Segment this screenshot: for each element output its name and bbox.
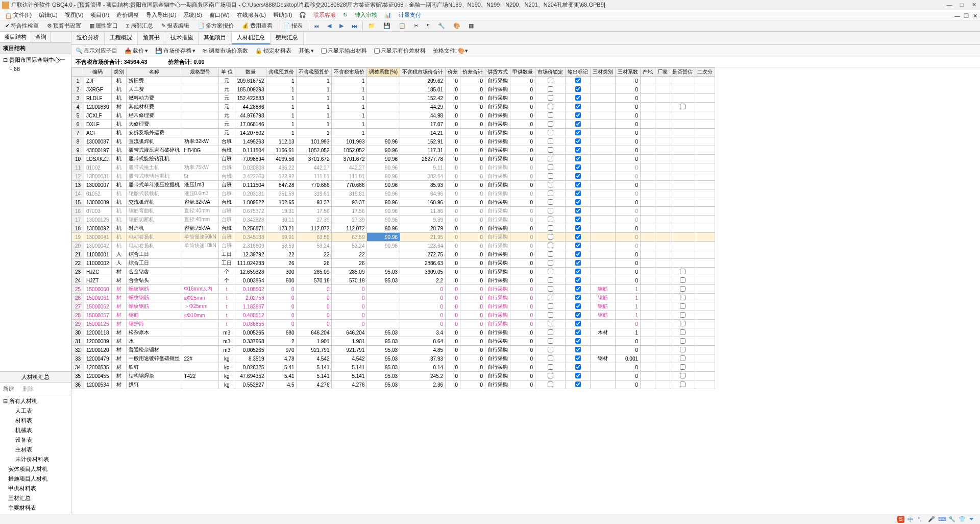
grid-checkbox[interactable] <box>680 295 685 300</box>
ime-skin-icon[interactable]: 👕 <box>959 516 966 523</box>
grid-checkbox[interactable] <box>575 208 581 213</box>
grid-checkbox[interactable] <box>575 338 581 344</box>
grid-checkbox[interactable] <box>575 199 581 205</box>
cat-three-mat[interactable]: 三材汇总 <box>1 493 70 503</box>
grid-checkbox[interactable] <box>548 347 553 352</box>
grid-checkbox[interactable] <box>575 138 581 144</box>
grid-checkbox[interactable] <box>575 251 581 257</box>
chk-only-diff[interactable]: 只显示有价差材料 <box>372 46 428 56</box>
menu-window[interactable]: 窗口(W) <box>206 10 233 20</box>
grid-checkbox[interactable] <box>575 95 581 101</box>
ime-punct-icon[interactable]: °, <box>918 516 925 523</box>
grid-checkbox[interactable] <box>680 373 685 378</box>
grid-checkbox[interactable] <box>548 234 553 240</box>
menu-view[interactable]: 视图(V) <box>62 10 87 20</box>
table-row[interactable]: 3612000534材扒钉kg0.5528274.54.2764.27695.0… <box>72 380 715 389</box>
minimize-button[interactable]: — <box>945 2 953 9</box>
tree-root[interactable]: ⊟ 贵阳市国际金融中心一 <box>1 55 70 65</box>
grid-checkbox[interactable] <box>548 95 553 101</box>
maximize-button[interactable]: □ <box>958 2 966 9</box>
grid-checkbox[interactable] <box>548 243 553 248</box>
grid-checkbox[interactable] <box>575 147 581 153</box>
col-header[interactable] <box>72 68 84 77</box>
tree-child[interactable]: └ 68 <box>1 65 70 73</box>
grid-checkbox[interactable] <box>548 312 553 318</box>
grid-checkbox[interactable] <box>680 104 685 109</box>
grid-checkbox[interactable] <box>575 121 581 127</box>
tool-icon-7[interactable]: 🎨 <box>450 21 463 30</box>
filter-market-save[interactable]: 💾 市场价存档 ▾ <box>153 46 198 56</box>
grid-checkbox[interactable] <box>575 312 581 318</box>
ime-kbd-icon[interactable]: ⌨ <box>938 516 945 523</box>
cat-equipment[interactable]: 设备表 <box>1 435 70 445</box>
table-row[interactable]: 3112000089材水m30.33766821.9011.90195.030.… <box>72 337 715 346</box>
col-header[interactable]: 价差 <box>446 68 460 77</box>
grid-checkbox[interactable] <box>548 104 553 109</box>
tab-cost-analysis[interactable]: 造价分析 <box>71 32 105 44</box>
table-row[interactable]: 1713000126机钢筋切断机直径:40mm台班0.34282830.1127… <box>72 216 715 224</box>
grid-checkbox[interactable] <box>548 251 553 257</box>
ime-expand-icon[interactable]: ⏷ <box>969 516 976 523</box>
grid-checkbox[interactable] <box>575 190 581 196</box>
grid-checkbox[interactable] <box>575 78 581 83</box>
menu-file[interactable]: 文件(F) <box>10 10 35 20</box>
grid-checkbox[interactable] <box>575 182 581 187</box>
grid-checkbox[interactable] <box>575 173 581 179</box>
chk-only-output[interactable]: 只显示输出材料 <box>319 46 369 56</box>
table-row[interactable]: 1213000031机履带式电动起重机5t台班3.422263122.92111… <box>72 172 715 181</box>
cat-machine[interactable]: 机械表 <box>1 425 70 435</box>
table-row[interactable]: 813000087机直流弧焊机功率:32kW台班1.499263112.1310… <box>72 137 715 146</box>
grid-checkbox[interactable] <box>548 225 553 231</box>
menu-online[interactable]: 在线服务(L) <box>234 10 269 20</box>
col-header[interactable]: 不含税市场价合计 <box>400 68 446 77</box>
table-row[interactable]: 3512000455材结构钢焊条T422kg47.6943525.415.141… <box>72 372 715 380</box>
tool-icon-2[interactable]: 💾 <box>380 21 394 30</box>
grid-checkbox[interactable] <box>575 234 581 240</box>
grid-checkbox[interactable] <box>575 382 581 387</box>
grid-checkbox[interactable] <box>575 130 581 135</box>
grid-checkbox[interactable] <box>575 86 581 92</box>
btn-delete[interactable]: 删除 <box>20 384 36 394</box>
grid-checkbox[interactable] <box>548 130 553 135</box>
filter-adjust[interactable]: % 调整市场价系数 <box>201 46 250 56</box>
table-row[interactable]: 24HJZT材合金钻头个0.003864600570.18570.1895.03… <box>72 276 715 285</box>
grid-checkbox[interactable] <box>575 364 581 370</box>
menu-audit[interactable]: 转入审核 <box>352 10 380 20</box>
grid-checkbox[interactable] <box>680 364 685 370</box>
table-row[interactable]: 2111000001人综合工日工日12.39792222222272.7500自… <box>72 250 715 259</box>
col-header[interactable]: 不含税市场价 <box>332 68 367 77</box>
tab-tech[interactable]: 技术措施 <box>165 32 199 44</box>
col-header[interactable]: 单 位 <box>218 68 235 77</box>
tab-rcm[interactable]: 人材机汇总 <box>232 32 271 44</box>
grid-checkbox[interactable] <box>575 295 581 300</box>
table-row[interactable]: 2815000057材钢筋≤Φ10mmt0.480512000000自行采购0钢… <box>72 311 715 320</box>
grid-checkbox[interactable] <box>575 104 581 109</box>
col-header[interactable]: 名称 <box>126 68 182 77</box>
menu-import-export[interactable]: 导入导出(D) <box>143 10 179 20</box>
cat-main-mat[interactable]: 主材表 <box>1 445 70 455</box>
table-row[interactable]: 1607003机钢筋弯曲机直径:40mm台班0.67537219.3117.56… <box>72 207 715 216</box>
menu-contact[interactable]: 联系客服 <box>310 10 339 20</box>
menu-system[interactable]: 系统(S) <box>180 10 205 20</box>
grid-checkbox[interactable] <box>548 329 553 335</box>
grid-checkbox[interactable] <box>680 321 685 326</box>
tool-icon-1[interactable]: 📁 <box>365 21 378 30</box>
grid-checkbox[interactable] <box>680 277 685 283</box>
table-row[interactable]: 2615000061材螺纹钢筋≤Φ25mmt2.02753000000自行采购0… <box>72 294 715 302</box>
grid-checkbox[interactable] <box>680 269 685 274</box>
grid-checkbox[interactable] <box>575 243 581 248</box>
col-header[interactable]: 市场价锁定 <box>535 68 566 77</box>
table-row[interactable]: 1813000092机对焊机容量:75kVA台班0.256871123.2111… <box>72 224 715 233</box>
ime-icon[interactable]: S <box>897 516 904 523</box>
nav-prev-icon[interactable]: ◀ <box>324 21 334 30</box>
ime-tool-icon[interactable]: 🔧 <box>948 516 955 523</box>
grid-checkbox[interactable] <box>575 225 581 231</box>
cat-owner-mat[interactable]: 甲供材料表 <box>1 484 70 493</box>
grid-checkbox[interactable] <box>548 355 553 361</box>
tb-report-edit[interactable]: ✎ 报表编辑 <box>158 21 192 31</box>
table-row[interactable]: 2915000125材钢护筒t0.036855000000自行采购00 <box>72 320 715 328</box>
grid-checkbox[interactable] <box>575 355 581 361</box>
col-header[interactable]: 三材类别 <box>591 68 616 77</box>
col-header[interactable]: 编码 <box>84 68 112 77</box>
table-row[interactable]: 3412000535材铁钉kg0.0263255.415.1415.14195.… <box>72 363 715 372</box>
